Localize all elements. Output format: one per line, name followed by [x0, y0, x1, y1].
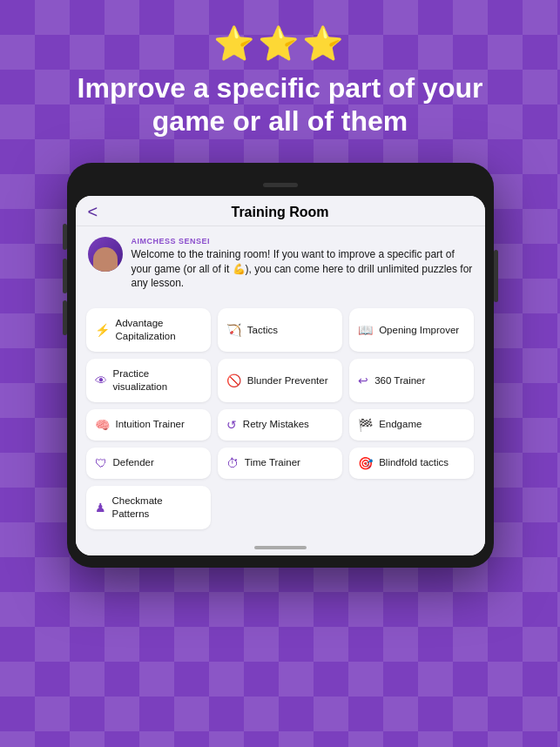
- nav-title: Training Room: [232, 205, 329, 220]
- sensei-section: AIMCHESS SENSEI Welcome to the training …: [76, 226, 485, 301]
- sensei-content: AIMCHESS SENSEI Welcome to the training …: [132, 237, 473, 291]
- intuition-label: Intuition Trainer: [116, 418, 185, 431]
- stars-display: ⭐⭐⭐: [213, 24, 347, 63]
- tactics-label: Tactics: [247, 324, 278, 337]
- retry-icon: ↺: [226, 418, 237, 432]
- tablet-screen: < Training Room AIMCHESS SENSEI Welcome …: [76, 196, 485, 555]
- app-screen: < Training Room AIMCHESS SENSEI Welcome …: [76, 196, 485, 555]
- blindfold-icon: 🎯: [358, 456, 373, 470]
- training-grid: ⚡ Advantage Capitalization 🏹 Tactics 📖 O…: [76, 301, 485, 540]
- advantage-label: Advantage Capitalization: [116, 317, 202, 343]
- retry-label: Retry Mistakes: [243, 418, 309, 431]
- checkmate-icon: ♟: [95, 501, 106, 515]
- blindfold-label: Blindfold tactics: [379, 456, 449, 469]
- training-item-checkmate[interactable]: ♟ Checkmate Patterns: [86, 486, 211, 529]
- opening-icon: 📖: [358, 323, 373, 337]
- checkmate-label: Checkmate Patterns: [112, 495, 202, 521]
- endgame-label: Endgame: [379, 418, 422, 431]
- training-item-blindfold[interactable]: 🎯 Blindfold tactics: [349, 448, 474, 479]
- time-label: Time Trainer: [245, 456, 300, 469]
- advantage-icon: ⚡: [95, 323, 110, 337]
- blunder-icon: 🚫: [226, 374, 241, 387]
- home-indicator: [76, 540, 485, 555]
- 360-icon: ↩: [358, 374, 368, 387]
- visualization-label: Practice visualization: [113, 367, 202, 394]
- defender-label: Defender: [113, 456, 154, 469]
- training-item-defender[interactable]: 🛡 Defender: [86, 448, 211, 479]
- content-wrapper: ⭐⭐⭐ Improve a specific part of your game…: [0, 0, 560, 747]
- power-button: [494, 250, 498, 302]
- training-item-time[interactable]: ⏱ Time Trainer: [218, 448, 342, 479]
- blunder-label: Blunder Preventer: [247, 374, 328, 387]
- training-item-advantage[interactable]: ⚡ Advantage Capitalization: [86, 308, 211, 352]
- training-item-360[interactable]: ↩ 360 Trainer: [349, 359, 474, 402]
- training-item-retry[interactable]: ↺ Retry Mistakes: [218, 409, 342, 441]
- training-item-opening[interactable]: 📖 Opening Improver: [349, 308, 474, 352]
- training-item-endgame[interactable]: 🏁 Endgame: [349, 409, 474, 441]
- tablet-top-bar: [76, 175, 485, 196]
- volume-down-button: [63, 259, 67, 293]
- sensei-message: Welcome to the training room! If you wan…: [132, 247, 473, 291]
- training-item-tactics[interactable]: 🏹 Tactics: [218, 308, 342, 352]
- nav-bar: < Training Room: [76, 196, 485, 226]
- endgame-icon: 🏁: [358, 418, 373, 432]
- tablet-device: < Training Room AIMCHESS SENSEI Welcome …: [67, 163, 494, 568]
- intuition-icon: 🧠: [95, 418, 110, 432]
- silent-button: [63, 300, 67, 335]
- camera-notch: [263, 183, 298, 187]
- avatar-figure: [93, 247, 118, 272]
- avatar: [88, 237, 123, 272]
- defender-icon: 🛡: [95, 456, 107, 470]
- headline-text: Improve a specific part of your game or …: [19, 71, 542, 138]
- training-item-blunder[interactable]: 🚫 Blunder Preventer: [218, 359, 342, 402]
- 360-label: 360 Trainer: [374, 374, 425, 387]
- volume-up-button: [63, 224, 67, 250]
- home-pill: [254, 546, 307, 549]
- tactics-icon: 🏹: [226, 323, 241, 337]
- back-button[interactable]: <: [88, 202, 98, 222]
- training-item-intuition[interactable]: 🧠 Intuition Trainer: [86, 409, 211, 441]
- sensei-label: AIMCHESS SENSEI: [132, 237, 473, 246]
- opening-label: Opening Improver: [379, 324, 459, 337]
- time-icon: ⏱: [226, 456, 239, 470]
- visualization-icon: 👁: [95, 374, 107, 387]
- training-item-visualization[interactable]: 👁 Practice visualization: [86, 359, 211, 402]
